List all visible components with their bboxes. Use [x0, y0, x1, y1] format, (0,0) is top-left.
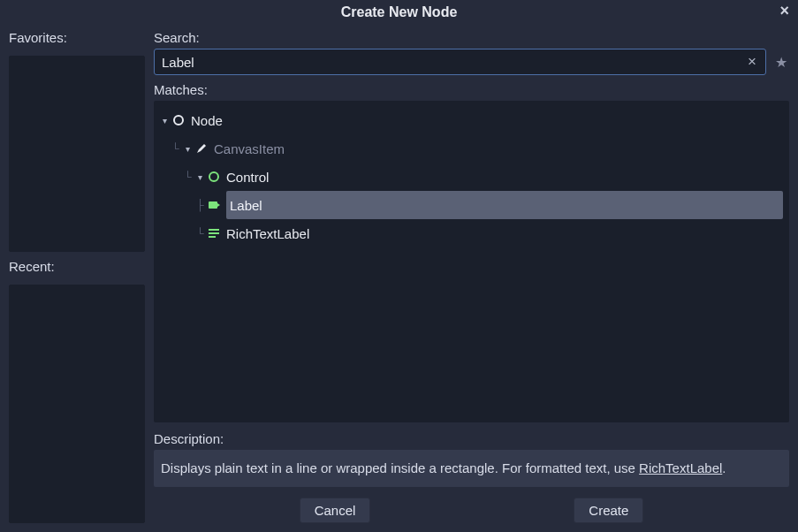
- dialog-body: Favorites: Recent: Search: × ★ Matches: …: [0, 25, 798, 532]
- description-label: Description:: [154, 431, 789, 446]
- tree-row-richtextlabel[interactable]: └ RichTextLabel: [159, 219, 787, 247]
- tree-row-control[interactable]: └ ▾ Control: [159, 163, 787, 191]
- tree-connector: ├: [196, 199, 207, 211]
- window-title: Create New Node: [341, 4, 458, 20]
- tree-connector: └: [184, 171, 194, 183]
- description-text: Displays plain text in a line or wrapped…: [161, 460, 639, 475]
- svg-rect-4: [209, 232, 219, 234]
- tree-label: RichTextLabel: [226, 219, 787, 247]
- tree-connector: └: [196, 227, 207, 239]
- search-box: ×: [154, 49, 766, 75]
- svg-point-0: [174, 116, 183, 125]
- search-input[interactable]: [162, 55, 746, 70]
- sidebar: Favorites: Recent:: [9, 30, 145, 523]
- svg-rect-3: [209, 229, 219, 231]
- search-row: × ★: [154, 49, 789, 75]
- svg-point-1: [209, 172, 218, 181]
- tree-label: Node: [191, 106, 787, 134]
- svg-rect-2: [209, 201, 217, 209]
- cancel-button[interactable]: Cancel: [300, 498, 371, 523]
- tree-connector: └: [171, 142, 182, 155]
- chevron-down-icon[interactable]: ▾: [194, 172, 205, 182]
- favorites-list[interactable]: [9, 56, 145, 252]
- richtextlabel-link[interactable]: RichTextLabel: [639, 460, 722, 475]
- create-button[interactable]: Create: [574, 498, 643, 523]
- description-panel: Displays plain text in a line or wrapped…: [154, 450, 789, 488]
- svg-rect-5: [209, 236, 216, 238]
- main-column: Search: × ★ Matches: ▾ Node └ ▾: [154, 30, 789, 523]
- tree-label: Label: [226, 191, 783, 219]
- tree-row-node[interactable]: ▾ Node: [159, 106, 787, 134]
- chevron-down-icon[interactable]: ▾: [182, 144, 193, 154]
- dialog-buttons: Cancel Create: [154, 498, 789, 523]
- brush-icon: [194, 141, 209, 156]
- control-icon: [207, 170, 221, 184]
- favorites-label: Favorites:: [9, 30, 145, 45]
- tree-label: CanvasItem: [214, 134, 787, 163]
- node-icon: [171, 113, 186, 127]
- label-icon: [207, 198, 221, 212]
- close-icon[interactable]: ×: [779, 2, 789, 20]
- search-label: Search:: [154, 30, 789, 45]
- tree-label: Control: [226, 163, 787, 191]
- recent-list[interactable]: [9, 285, 145, 523]
- favorite-star-icon[interactable]: ★: [773, 54, 789, 71]
- tree-row-label[interactable]: ├ Label: [159, 191, 787, 219]
- description-text-after: .: [722, 460, 726, 475]
- chevron-down-icon[interactable]: ▾: [159, 116, 170, 125]
- recent-label: Recent:: [9, 259, 145, 274]
- matches-tree[interactable]: ▾ Node └ ▾ CanvasItem └ ▾ C: [154, 101, 789, 422]
- titlebar: Create New Node ×: [0, 0, 798, 25]
- richtextlabel-icon: [207, 226, 221, 240]
- matches-label: Matches:: [154, 82, 789, 97]
- clear-search-icon[interactable]: ×: [746, 53, 758, 71]
- tree-row-canvasitem[interactable]: └ ▾ CanvasItem: [159, 134, 787, 163]
